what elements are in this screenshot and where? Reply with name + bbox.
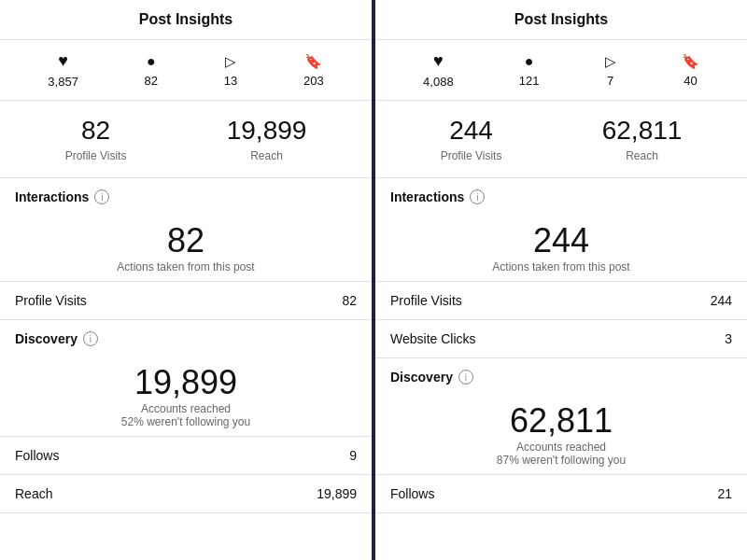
right-follows-label: Follows xyxy=(390,486,434,501)
left-title: Post Insights xyxy=(0,0,372,40)
right-reach-value: 62,811 xyxy=(602,116,683,146)
right-discovery-sublabel1: Accounts reached xyxy=(516,441,606,454)
right-discovery-sublabel2: 87% weren't following you xyxy=(497,454,626,467)
right-follows-value: 21 xyxy=(717,486,732,501)
left-discovery-info-icon[interactable]: i xyxy=(83,331,98,346)
right-stat-comments: ● 121 xyxy=(519,53,540,88)
left-follows-label: Follows xyxy=(15,448,59,463)
left-interactions-info-icon[interactable]: i xyxy=(94,189,109,204)
right-website-clicks-row: Website Clicks 3 xyxy=(375,320,747,358)
left-actions-value: 82 xyxy=(167,221,204,260)
left-hearts-count: 3,857 xyxy=(48,75,78,89)
right-bookmark-icon: 🔖 xyxy=(682,53,699,70)
right-title: Post Insights xyxy=(375,0,747,40)
left-stat-sends: ▷ 13 xyxy=(224,53,237,88)
right-bookmarks-count: 40 xyxy=(684,74,697,88)
right-stats-row: ♥ 4,088 ● 121 ▷ 7 🔖 40 xyxy=(375,40,747,101)
left-reach-label: Reach xyxy=(250,149,283,162)
left-stat-hearts: ♥ 3,857 xyxy=(48,51,78,89)
right-hearts-count: 4,088 xyxy=(423,75,454,89)
left-comment-icon: ● xyxy=(147,53,156,70)
left-follows-row: Follows 9 xyxy=(0,437,372,475)
right-panel: Post Insights ♥ 4,088 ● 121 ▷ 7 🔖 40 244… xyxy=(375,0,747,560)
right-comments-count: 121 xyxy=(519,74,540,88)
right-pv-row-value: 244 xyxy=(711,293,732,308)
right-send-icon: ▷ xyxy=(605,53,616,70)
left-pv-row-value: 82 xyxy=(342,293,357,308)
left-profile-visits-value: 82 xyxy=(81,116,110,146)
left-discovery-sublabel2: 52% weren't following you xyxy=(121,415,250,428)
right-profile-visits-label: Profile Visits xyxy=(441,149,502,162)
right-discovery-info-icon[interactable]: i xyxy=(458,370,473,385)
left-discovery-value: 19,899 xyxy=(134,363,237,402)
left-stat-comments: ● 82 xyxy=(145,53,158,88)
left-actions-section: 82 Actions taken from this post xyxy=(0,212,372,282)
right-metrics-row: 244 Profile Visits 62,811 Reach xyxy=(375,101,747,178)
right-actions-section: 244 Actions taken from this post xyxy=(375,212,747,282)
left-stats-row: ♥ 3,857 ● 82 ▷ 13 🔖 203 xyxy=(0,40,372,101)
left-profile-visits-metric: 82 Profile Visits xyxy=(65,116,127,162)
left-heart-icon: ♥ xyxy=(58,51,68,71)
left-reach-row-value: 19,899 xyxy=(317,486,357,501)
right-interactions-label: Interactions xyxy=(390,189,464,204)
left-reach-metric: 19,899 Reach xyxy=(227,116,307,162)
right-profile-visits-value: 244 xyxy=(449,116,493,146)
left-pv-row-label: Profile Visits xyxy=(15,293,87,308)
left-comments-count: 82 xyxy=(145,74,158,88)
right-discovery-section: 62,811 Accounts reached 87% weren't foll… xyxy=(375,392,747,475)
left-sends-count: 13 xyxy=(224,74,237,88)
right-discovery-header: Discovery i xyxy=(375,358,747,392)
right-stat-bookmarks: 🔖 40 xyxy=(682,53,699,88)
left-discovery-label: Discovery xyxy=(15,331,78,346)
left-reach-row-label: Reach xyxy=(15,486,52,501)
left-discovery-sublabel1: Accounts reached xyxy=(141,402,231,415)
left-bookmarks-count: 203 xyxy=(303,74,324,88)
left-discovery-header: Discovery i xyxy=(0,320,372,354)
right-profile-visits-metric: 244 Profile Visits xyxy=(441,116,502,162)
right-actions-label: Actions taken from this post xyxy=(492,260,629,273)
right-pv-row-label: Profile Visits xyxy=(390,293,462,308)
left-panel: Post Insights ♥ 3,857 ● 82 ▷ 13 🔖 203 82… xyxy=(0,0,372,560)
right-discovery-label: Discovery xyxy=(390,370,453,385)
left-reach-row: Reach 19,899 xyxy=(0,475,372,513)
right-profile-visits-row: Profile Visits 244 xyxy=(375,282,747,320)
left-profile-visits-row: Profile Visits 82 xyxy=(0,282,372,320)
left-metrics-row: 82 Profile Visits 19,899 Reach xyxy=(0,101,372,178)
left-bookmark-icon: 🔖 xyxy=(304,53,322,70)
right-stat-sends: ▷ 7 xyxy=(605,53,616,88)
right-reach-label: Reach xyxy=(626,149,658,162)
right-discovery-value: 62,811 xyxy=(510,401,613,441)
right-comment-icon: ● xyxy=(525,53,534,70)
right-heart-icon: ♥ xyxy=(433,51,444,71)
right-wc-row-label: Website Clicks xyxy=(390,331,476,346)
right-sends-count: 7 xyxy=(607,74,613,88)
left-interactions-label: Interactions xyxy=(15,189,89,204)
left-follows-value: 9 xyxy=(349,448,357,463)
left-discovery-section: 19,899 Accounts reached 52% weren't foll… xyxy=(0,354,372,437)
right-reach-metric: 62,811 Reach xyxy=(602,116,683,162)
left-send-icon: ▷ xyxy=(225,53,236,70)
right-wc-row-value: 3 xyxy=(725,331,732,346)
left-interactions-header: Interactions i xyxy=(0,178,372,212)
right-follows-row: Follows 21 xyxy=(375,475,747,513)
left-reach-value: 19,899 xyxy=(227,116,307,146)
right-actions-value: 244 xyxy=(533,221,589,260)
right-interactions-info-icon[interactable]: i xyxy=(470,189,485,204)
right-interactions-header: Interactions i xyxy=(375,178,747,212)
left-stat-bookmarks: 🔖 203 xyxy=(303,53,324,88)
left-actions-label: Actions taken from this post xyxy=(117,260,254,273)
left-profile-visits-label: Profile Visits xyxy=(65,149,127,162)
right-stat-hearts: ♥ 4,088 xyxy=(423,51,454,89)
